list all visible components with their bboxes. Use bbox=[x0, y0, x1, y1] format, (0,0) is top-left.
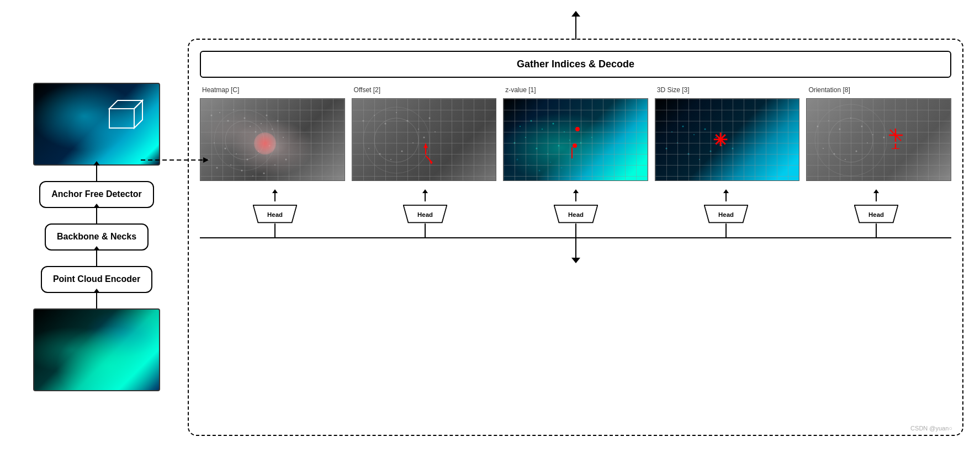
head-shape-2: Head bbox=[403, 204, 447, 223]
svg-marker-2 bbox=[134, 100, 142, 128]
feature-col-heatmap: Heatmap [C] bbox=[200, 86, 345, 181]
bottom-center-arrow bbox=[571, 238, 580, 263]
head-shape-4: Head bbox=[704, 204, 748, 223]
offset-grid bbox=[352, 99, 496, 180]
head-connector-2 bbox=[425, 223, 426, 237]
zvalue-grid bbox=[504, 99, 648, 180]
arrow-col-5 bbox=[801, 189, 951, 201]
zvalue-red-line bbox=[571, 147, 573, 158]
heads-row: Head Head bbox=[200, 204, 951, 237]
arrow-afd-to-bn bbox=[96, 208, 97, 223]
small-arrow-up-2 bbox=[422, 189, 428, 201]
small-arrow-up-5 bbox=[873, 189, 879, 201]
output-point-cloud-image bbox=[33, 83, 160, 166]
head-shape-5: Head bbox=[854, 204, 898, 223]
watermark: CSDN @yuan○ bbox=[910, 425, 952, 432]
right-section: Gather Indices & Decode Heatmap [C] bbox=[188, 39, 963, 436]
orientation-red-marker bbox=[886, 127, 905, 151]
size3d-image: ✳ bbox=[655, 98, 800, 181]
offset-label: Offset [2] bbox=[352, 86, 497, 94]
point-cloud-encoder-label: Point Cloud Encoder bbox=[53, 274, 140, 284]
anchor-free-detector-label: Anchor Free Detector bbox=[51, 189, 142, 199]
svg-marker-48 bbox=[423, 143, 428, 148]
svg-text:Head: Head bbox=[267, 211, 283, 217]
arrow-top-up bbox=[96, 166, 97, 181]
arrow-col-3 bbox=[500, 189, 650, 201]
head-col-5: Head bbox=[801, 204, 951, 237]
zvalue-label: z-value [1] bbox=[503, 86, 648, 94]
orientation-label: Orientation [8] bbox=[806, 86, 951, 94]
offset-red-marker bbox=[421, 143, 438, 168]
arrow-img-to-pce bbox=[96, 293, 97, 308]
heatmap-label: Heatmap [C] bbox=[200, 86, 345, 94]
svg-rect-0 bbox=[109, 109, 134, 128]
head-shape-3: Head bbox=[554, 204, 598, 223]
arrow-col-2 bbox=[350, 189, 500, 201]
head-connector-3 bbox=[575, 223, 576, 237]
small-arrow-up-1 bbox=[272, 189, 278, 201]
main-container: Anchor Free Detector Backbone & Necks Po… bbox=[0, 0, 980, 474]
offset-image bbox=[352, 98, 497, 181]
bounding-box-3d bbox=[104, 95, 148, 134]
svg-text:Head: Head bbox=[868, 211, 884, 217]
svg-text:Head: Head bbox=[568, 211, 584, 217]
heatmap-red-highlight bbox=[254, 132, 276, 155]
arrow-col-1 bbox=[200, 189, 350, 201]
size3d-label: 3D Size [3] bbox=[655, 86, 800, 94]
bottom-arrow-area bbox=[200, 238, 951, 263]
head-connector-5 bbox=[876, 223, 877, 237]
head-col-3: Head bbox=[500, 204, 650, 237]
heatmap-image bbox=[200, 98, 345, 181]
small-arrow-up-3 bbox=[573, 189, 579, 201]
head-col-2: Head bbox=[350, 204, 500, 237]
bottom-bar-area bbox=[200, 237, 951, 263]
feature-col-orientation: Orientation [8] bbox=[806, 86, 951, 181]
head-connector-4 bbox=[725, 223, 727, 237]
gather-decode-label: Gather Indices & Decode bbox=[517, 58, 634, 70]
feature-col-size3d: 3D Size [3] bbox=[655, 86, 800, 181]
dashed-outer-box: Gather Indices & Decode Heatmap [C] bbox=[188, 39, 963, 436]
input-point-cloud-image bbox=[33, 308, 160, 391]
orientation-grid bbox=[807, 99, 951, 180]
feature-maps-row: Heatmap [C] bbox=[200, 86, 951, 181]
svg-text:Head: Head bbox=[417, 211, 433, 217]
backbone-necks-label: Backbone & Necks bbox=[57, 232, 136, 241]
head-col-1: Head bbox=[200, 204, 350, 237]
zvalue-image bbox=[503, 98, 648, 181]
svg-line-49 bbox=[426, 156, 432, 163]
feature-col-zvalue: z-value [1] bbox=[503, 86, 648, 181]
svg-marker-1 bbox=[109, 100, 142, 109]
arrows-to-fmaps bbox=[200, 189, 951, 201]
gather-decode-box: Gather Indices & Decode bbox=[200, 51, 951, 78]
svg-text:Head: Head bbox=[718, 211, 734, 217]
head-shape-1: Head bbox=[253, 204, 297, 223]
head-col-4: Head bbox=[651, 204, 801, 237]
size3d-red-cross: ✳ bbox=[713, 131, 728, 149]
arrow-col-4 bbox=[651, 189, 801, 201]
orientation-image bbox=[806, 98, 951, 181]
top-output-arrow bbox=[572, 11, 580, 40]
head-connector-1 bbox=[274, 223, 276, 237]
left-pipeline: Anchor Free Detector Backbone & Necks Po… bbox=[17, 83, 177, 391]
arrow-bn-to-pce bbox=[96, 251, 97, 266]
small-arrow-up-4 bbox=[723, 189, 729, 201]
feature-col-offset: Offset [2] bbox=[352, 86, 497, 181]
